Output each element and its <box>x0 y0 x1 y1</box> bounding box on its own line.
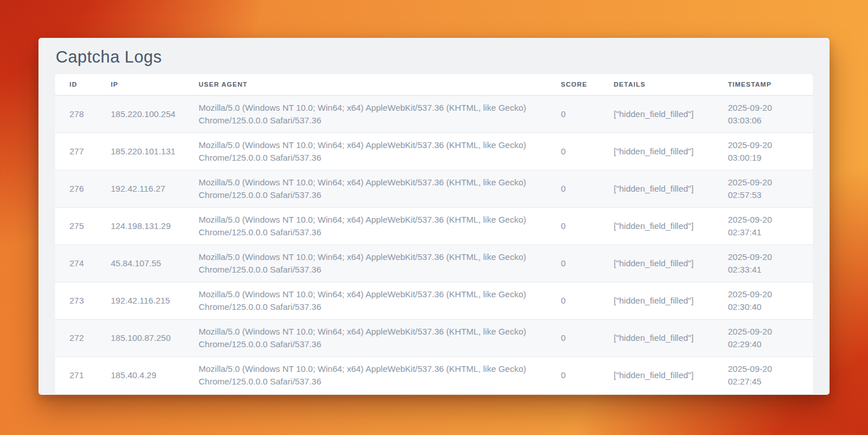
column-header-details: DETAILS <box>599 74 714 95</box>
captcha-logs-table-container: ID IP USER AGENT SCORE DETAILS TIMESTAMP… <box>55 74 813 394</box>
table-row: 273 192.42.116.215 Mozilla/5.0 (Windows … <box>55 282 813 319</box>
cell-ip: 45.84.107.55 <box>96 244 184 282</box>
cell-user-agent: Mozilla/5.0 (Windows NT 10.0; Win64; x64… <box>184 170 547 207</box>
cell-score: 0 <box>547 356 599 394</box>
cell-id: 272 <box>55 319 96 356</box>
cell-score: 0 <box>547 244 599 282</box>
table-row: 274 45.84.107.55 Mozilla/5.0 (Windows NT… <box>55 244 813 282</box>
cell-id: 271 <box>55 356 96 394</box>
cell-timestamp: 2025-09-20 03:03:06 <box>714 95 813 133</box>
cell-timestamp: 2025-09-20 02:57:53 <box>714 170 813 207</box>
cell-ip: 192.42.116.27 <box>96 170 184 207</box>
cell-score: 0 <box>547 95 599 133</box>
cell-details: ["hidden_field_filled"] <box>599 356 714 394</box>
cell-id: 276 <box>55 170 96 207</box>
cell-details: ["hidden_field_filled"] <box>599 170 714 207</box>
column-header-user-agent: USER AGENT <box>184 74 547 95</box>
cell-id: 277 <box>55 133 96 170</box>
table-body: 278 185.220.100.254 Mozilla/5.0 (Windows… <box>55 95 813 394</box>
cell-timestamp: 2025-09-20 02:29:40 <box>714 319 813 356</box>
page-background: { "page": { "title": "Captcha Logs" }, "… <box>0 0 868 435</box>
cell-user-agent: Mozilla/5.0 (Windows NT 10.0; Win64; x64… <box>184 95 547 133</box>
cell-score: 0 <box>547 207 599 244</box>
cell-details: ["hidden_field_filled"] <box>599 282 714 319</box>
cell-ip: 192.42.116.215 <box>96 282 184 319</box>
cell-user-agent: Mozilla/5.0 (Windows NT 10.0; Win64; x64… <box>184 244 547 282</box>
cell-user-agent: Mozilla/5.0 (Windows NT 10.0; Win64; x64… <box>184 207 547 244</box>
cell-user-agent: Mozilla/5.0 (Windows NT 10.0; Win64; x64… <box>184 282 547 319</box>
table-header-row: ID IP USER AGENT SCORE DETAILS TIMESTAMP <box>55 74 813 95</box>
cell-score: 0 <box>547 319 599 356</box>
cell-ip: 185.220.100.254 <box>96 95 184 133</box>
captcha-logs-card: Captcha Logs ID IP USER AGENT SCORE DETA… <box>38 38 830 395</box>
table-row: 277 185.220.101.131 Mozilla/5.0 (Windows… <box>55 133 813 170</box>
page-title: Captcha Logs <box>38 38 830 74</box>
column-header-score: SCORE <box>547 74 599 95</box>
cell-id: 278 <box>55 95 96 133</box>
cell-details: ["hidden_field_filled"] <box>599 95 714 133</box>
cell-timestamp: 2025-09-20 02:30:40 <box>714 282 813 319</box>
cell-details: ["hidden_field_filled"] <box>599 319 714 356</box>
cell-timestamp: 2025-09-20 02:27:45 <box>714 356 813 394</box>
cell-timestamp: 2025-09-20 03:00:19 <box>714 133 813 170</box>
cell-ip: 124.198.131.29 <box>96 207 184 244</box>
table-row: 275 124.198.131.29 Mozilla/5.0 (Windows … <box>55 207 813 244</box>
table-row: 276 192.42.116.27 Mozilla/5.0 (Windows N… <box>55 170 813 207</box>
cell-ip: 185.100.87.250 <box>96 319 184 356</box>
column-header-timestamp: TIMESTAMP <box>714 74 813 95</box>
cell-ip: 185.220.101.131 <box>96 133 184 170</box>
cell-score: 0 <box>547 282 599 319</box>
cell-score: 0 <box>547 133 599 170</box>
column-header-id: ID <box>55 74 96 95</box>
cell-score: 0 <box>547 170 599 207</box>
cell-details: ["hidden_field_filled"] <box>599 207 714 244</box>
cell-user-agent: Mozilla/5.0 (Windows NT 10.0; Win64; x64… <box>184 356 547 394</box>
table-row: 271 185.40.4.29 Mozilla/5.0 (Windows NT … <box>55 356 813 394</box>
cell-user-agent: Mozilla/5.0 (Windows NT 10.0; Win64; x64… <box>184 133 547 170</box>
table-row: 272 185.100.87.250 Mozilla/5.0 (Windows … <box>55 319 813 356</box>
cell-ip: 185.40.4.29 <box>96 356 184 394</box>
cell-timestamp: 2025-09-20 02:33:41 <box>714 244 813 282</box>
cell-timestamp: 2025-09-20 02:37:41 <box>714 207 813 244</box>
cell-id: 273 <box>55 282 96 319</box>
cell-details: ["hidden_field_filled"] <box>599 133 714 170</box>
cell-id: 275 <box>55 207 96 244</box>
cell-user-agent: Mozilla/5.0 (Windows NT 10.0; Win64; x64… <box>184 319 547 356</box>
cell-id: 274 <box>55 244 96 282</box>
cell-details: ["hidden_field_filled"] <box>599 244 714 282</box>
captcha-logs-table: ID IP USER AGENT SCORE DETAILS TIMESTAMP… <box>55 74 813 394</box>
column-header-ip: IP <box>96 74 184 95</box>
table-row: 278 185.220.100.254 Mozilla/5.0 (Windows… <box>55 95 813 133</box>
